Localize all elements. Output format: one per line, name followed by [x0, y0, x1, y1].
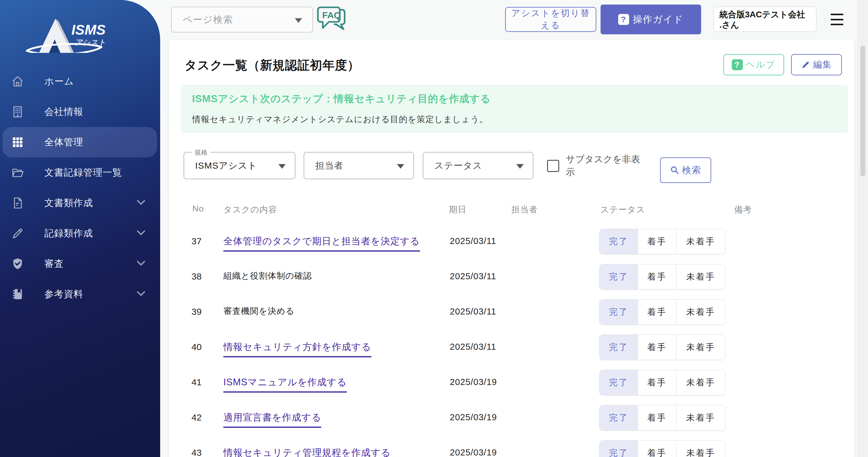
- sidebar-item-label: 参考資料: [44, 288, 83, 300]
- switch-assist-button[interactable]: アシストを切り替える: [505, 7, 596, 32]
- search-icon: [670, 165, 680, 175]
- status-toggle: 完了着手未着手: [599, 405, 725, 431]
- task-due-date: 2025/03/11: [450, 306, 496, 317]
- hamburger-bar: [831, 14, 843, 15]
- header-assignee: 担当者: [511, 204, 538, 216]
- task-title-cell: 情報セキュリティ管理規程を作成する: [223, 446, 391, 457]
- logo-text: ISMS: [71, 22, 106, 38]
- header-remark: 備考: [734, 204, 752, 216]
- task-title-link[interactable]: ISMSマニュアルを作成する: [223, 376, 347, 393]
- dropdown-arrow-icon: [397, 164, 404, 169]
- scrollbar-thumb[interactable]: [860, 45, 865, 176]
- edit-button[interactable]: 編集: [791, 54, 842, 75]
- hide-subtask-checkbox[interactable]: [547, 160, 559, 172]
- status-option-done[interactable]: 完了: [600, 264, 638, 289]
- task-title-cell: 全体管理のタスクで期日と担当者を決定する: [223, 235, 420, 252]
- status-toggle: 完了着手未着手: [599, 264, 725, 290]
- sidebar-item-document-record-list[interactable]: 文書記録管理一覧: [2, 157, 157, 188]
- task-table-header: No タスクの内容 期日 担当者 ステータス 備考: [169, 204, 854, 219]
- grid-icon: [11, 135, 24, 149]
- sidebar-item-label: 文書類作成: [44, 197, 93, 209]
- sidebar-item-reference-materials[interactable]: 参考資料: [2, 279, 157, 309]
- status-option-in-progress[interactable]: 着手: [638, 300, 676, 325]
- help-button[interactable]: ? ヘルプ: [723, 54, 784, 75]
- status-option-in-progress[interactable]: 着手: [638, 440, 676, 457]
- logo-subtext: アシスト: [75, 38, 106, 46]
- status-option-in-progress[interactable]: 着手: [638, 229, 676, 254]
- header-task: タスクの内容: [223, 204, 277, 216]
- status-select[interactable]: ステータス: [423, 152, 533, 179]
- sidebar-item-label: 審査: [44, 257, 64, 270]
- faq-label: FAQ: [322, 10, 341, 20]
- task-row: 40情報セキュリティ方針を作成する2025/03/11完了着手未着手: [169, 330, 854, 365]
- sidebar-item-document-creation[interactable]: 文書類作成: [2, 188, 157, 218]
- task-title-link[interactable]: 情報セキュリティ管理規程を作成する: [223, 446, 391, 457]
- assignee-select[interactable]: 担当者: [304, 152, 414, 179]
- chevron-down-icon: [136, 260, 146, 267]
- status-select-placeholder: ステータス: [434, 160, 482, 172]
- status-option-done[interactable]: 完了: [600, 440, 638, 457]
- sidebar-item-label: 記録類作成: [44, 227, 93, 240]
- chevron-down-icon: [136, 291, 146, 297]
- status-option-not-started[interactable]: 未着手: [676, 229, 725, 254]
- status-option-not-started[interactable]: 未着手: [676, 370, 725, 395]
- task-title-cell: ISMSマニュアルを作成する: [223, 376, 347, 393]
- task-row: 37全体管理のタスクで期日と担当者を決定する2025/03/11完了着手未着手: [169, 224, 854, 259]
- sidebar-item-record-creation[interactable]: 記録類作成: [2, 218, 157, 249]
- task-no: 42: [191, 412, 202, 423]
- status-option-not-started[interactable]: 未着手: [676, 335, 725, 360]
- status-option-done[interactable]: 完了: [600, 370, 638, 395]
- status-option-in-progress[interactable]: 着手: [638, 405, 676, 430]
- status-option-in-progress[interactable]: 着手: [638, 370, 676, 395]
- task-title-link[interactable]: 全体管理のタスクで期日と担当者を決定する: [223, 235, 420, 252]
- pencil-icon: [801, 60, 810, 69]
- status-option-not-started[interactable]: 未着手: [676, 405, 725, 430]
- status-option-done[interactable]: 完了: [600, 335, 638, 360]
- sidebar-nav: ホーム 会社情報 全体管理 文書記録管理一覧 文書類作成: [0, 66, 160, 309]
- account-name-line1: 統合版3ACテスト会社: [719, 9, 811, 20]
- status-toggle: 完了着手未着手: [599, 440, 725, 457]
- task-title-link[interactable]: 適用宣言書を作成する: [223, 411, 321, 428]
- account-name-line2: .さん: [719, 20, 811, 30]
- status-option-not-started[interactable]: 未着手: [676, 264, 725, 289]
- task-row: 38組織と役割体制の確認2025/03/11完了着手未着手: [169, 259, 854, 294]
- search-label: 検索: [682, 164, 702, 176]
- dropdown-arrow-icon: [278, 164, 286, 169]
- header-due-date: 期日: [449, 204, 467, 216]
- next-step-description: 情報セキュリティマネジメントシステムにおける目的を策定しましょう。: [192, 113, 848, 125]
- task-due-date: 2025/03/11: [450, 236, 496, 246]
- hamburger-bar: [831, 24, 843, 25]
- task-no: 37: [191, 236, 202, 247]
- chevron-down-icon: [136, 230, 146, 236]
- search-button[interactable]: 検索: [660, 157, 711, 183]
- account-badge[interactable]: 統合版3ACテスト会社 .さん: [713, 6, 817, 32]
- sidebar-item-company-info[interactable]: 会社情報: [2, 97, 157, 127]
- topbar: ページ検索 FAQ アシストを切り替える ? 操作ガイド 統合版3ACテスト会社…: [169, 0, 857, 40]
- scrollbar-track: [857, 0, 868, 457]
- hamburger-bar: [831, 19, 843, 20]
- sidebar-item-label: ホーム: [44, 75, 74, 88]
- status-toggle: 完了着手未着手: [599, 334, 725, 360]
- menu-button[interactable]: [831, 14, 843, 25]
- pencil-icon: [11, 227, 24, 240]
- status-option-not-started[interactable]: 未着手: [676, 440, 725, 457]
- task-title-cell: 審査機関を決める: [223, 305, 294, 317]
- status-option-in-progress[interactable]: 着手: [638, 264, 676, 289]
- status-option-in-progress[interactable]: 着手: [638, 335, 676, 360]
- faq-icon[interactable]: FAQ: [315, 4, 347, 35]
- status-option-done[interactable]: 完了: [600, 405, 638, 430]
- page-search-select[interactable]: ページ検索: [171, 7, 313, 33]
- status-toggle: 完了着手未着手: [599, 370, 725, 395]
- sidebar-item-home[interactable]: ホーム: [2, 66, 157, 97]
- operation-guide-button[interactable]: ? 操作ガイド: [600, 5, 701, 34]
- status-option-done[interactable]: 完了: [600, 229, 638, 254]
- sidebar-item-overall-management[interactable]: 全体管理: [2, 127, 157, 157]
- status-option-not-started[interactable]: 未着手: [676, 300, 725, 325]
- status-option-done[interactable]: 完了: [600, 300, 638, 325]
- task-row: 41ISMSマニュアルを作成する2025/03/19完了着手未着手: [169, 365, 854, 400]
- task-title-link[interactable]: 情報セキュリティ方針を作成する: [223, 340, 371, 357]
- hide-subtask-label[interactable]: サブタスクを非表示: [566, 153, 649, 178]
- sidebar-item-audit[interactable]: 審査: [2, 249, 157, 279]
- standard-select[interactable]: 規格 ISMSアシスト: [184, 152, 296, 179]
- help-label: ヘルプ: [746, 59, 776, 71]
